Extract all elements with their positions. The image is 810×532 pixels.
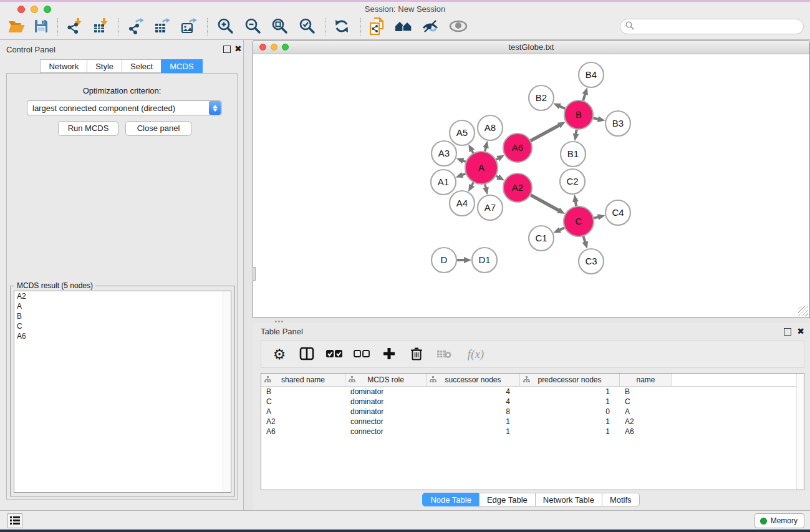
tab-select[interactable]: Select <box>122 59 162 73</box>
delete-column-button[interactable] <box>407 345 426 364</box>
edge-A-A1[interactable] <box>462 174 466 175</box>
tab-node-table[interactable]: Node Table <box>422 493 480 506</box>
edge-A2-C[interactable] <box>531 195 559 211</box>
zoom-selected-button[interactable] <box>296 16 317 37</box>
export-image-button[interactable] <box>178 16 200 37</box>
save-session-button[interactable] <box>31 16 52 37</box>
node-label-B3: B3 <box>612 118 624 128</box>
search-input[interactable] <box>637 22 803 31</box>
tab-style[interactable]: Style <box>87 59 122 73</box>
node-label-A8: A8 <box>485 122 496 133</box>
delete-table-button[interactable] <box>435 345 453 364</box>
control-panel-close-button[interactable]: ✖ <box>234 44 242 54</box>
node-label-C3: C3 <box>585 256 597 266</box>
table-cell: A2 <box>261 417 345 426</box>
table-row[interactable]: Bdominator41B <box>261 387 804 397</box>
edge-A-A6[interactable] <box>496 158 499 160</box>
node-label-A4: A4 <box>456 198 468 208</box>
apply-function-button[interactable]: f(x) <box>462 345 489 364</box>
mcds-result-item[interactable]: B <box>14 311 231 321</box>
memory-button[interactable]: Memory <box>755 513 804 528</box>
edge-A-A8[interactable] <box>485 147 486 151</box>
table-panel-close-button[interactable]: ✖ <box>797 326 804 336</box>
edge-A-A4[interactable] <box>471 183 473 186</box>
new-network-from-selection-button[interactable] <box>367 16 388 37</box>
zoom-fit-button[interactable] <box>269 16 290 37</box>
run-mcds-button[interactable]: Run MCDS <box>58 121 118 136</box>
table-panel-float-button[interactable] <box>784 328 791 336</box>
tab-network-table[interactable]: Network Table <box>535 493 602 506</box>
tab-mcds[interactable]: MCDS <box>161 59 202 73</box>
edge-C-C4[interactable] <box>594 217 598 218</box>
edge-A-A2[interactable] <box>496 176 499 177</box>
node-label-C1: C1 <box>535 233 547 243</box>
save-floppy-icon <box>34 19 49 36</box>
import-table-button[interactable] <box>90 16 112 37</box>
toggle-columns-button[interactable] <box>297 345 316 364</box>
node-label-A7: A7 <box>485 202 496 213</box>
tab-motifs[interactable]: Motifs <box>602 493 640 506</box>
table-scrollbar[interactable] <box>796 374 804 490</box>
memory-status-icon <box>760 518 767 525</box>
table-settings-button[interactable]: ⚙ <box>270 345 289 364</box>
network-window-resize-grip[interactable] <box>798 306 808 316</box>
task-history-button[interactable] <box>7 513 22 528</box>
export-table-button[interactable] <box>152 16 173 37</box>
network-view-window: testGlobe.txt AA1A2A3A4A5A6A7A8BB1B2B3B4… <box>253 40 810 318</box>
mcds-result-item[interactable]: A <box>14 301 231 311</box>
network-window-edge-grip[interactable] <box>253 267 256 281</box>
column-header-successor-nodes[interactable]: successor nodes <box>427 374 520 386</box>
table-row[interactable]: A2connector11A2 <box>261 417 804 427</box>
deselect-all-icon <box>354 349 370 360</box>
deselect-all-button[interactable] <box>352 345 371 364</box>
export-network-button[interactable] <box>125 16 147 37</box>
mcds-result-item[interactable]: A2 <box>14 291 231 301</box>
edge-B-B2[interactable] <box>559 106 565 109</box>
edge-A-A7[interactable] <box>485 184 486 188</box>
select-all-button[interactable] <box>325 345 344 364</box>
import-network-button[interactable] <box>64 16 85 37</box>
column-header-predecessor-nodes[interactable]: predecessor nodes <box>520 374 620 386</box>
node-label-A: A <box>478 162 485 173</box>
tab-edge-table[interactable]: Edge Table <box>479 493 536 506</box>
edge-B-B4[interactable] <box>583 94 585 101</box>
close-panel-button[interactable]: Close panel <box>125 121 191 136</box>
refresh-view-button[interactable] <box>331 16 352 37</box>
column-header-MCDS-role[interactable]: MCDS role <box>345 374 427 386</box>
column-label: name <box>636 375 655 384</box>
edge-B-B1[interactable] <box>576 130 577 135</box>
show-graphics-details-button[interactable] <box>420 16 441 37</box>
search-field[interactable] <box>620 19 804 34</box>
edge-C-C2[interactable] <box>576 201 576 206</box>
mcds-result-title: MCDS result (5 nodes) <box>14 281 95 290</box>
edge-A6-B[interactable] <box>531 125 559 141</box>
mcds-list-scrollbar[interactable] <box>223 291 231 492</box>
network-window-titlebar[interactable]: testGlobe.txt <box>253 41 809 54</box>
control-panel-title: Control Panel <box>6 45 55 54</box>
network-canvas[interactable]: AA1A2A3A4A5A6A7A8BB1B2B3B4CC1C2C3C4DD1 <box>253 54 809 317</box>
column-header-shared-name[interactable]: shared name <box>261 374 345 386</box>
tab-network[interactable]: Network <box>40 59 87 73</box>
criterion-select[interactable]: largest connected component (directed) <box>27 100 222 115</box>
table-row[interactable]: Adominator80A <box>261 407 804 417</box>
hide-panels-button[interactable] <box>448 16 469 37</box>
edge-A-A3[interactable] <box>463 161 466 162</box>
open-session-button[interactable] <box>6 16 27 37</box>
column-header-name[interactable]: name <box>620 374 672 386</box>
table-row[interactable]: Cdominator41C <box>261 397 804 407</box>
node-label-C4: C4 <box>612 207 624 218</box>
table-row[interactable]: A6connector11A6 <box>261 427 804 437</box>
mcds-result-item[interactable]: A6 <box>14 331 231 341</box>
mcds-result-item[interactable]: C <box>14 321 231 331</box>
edge-B-B3[interactable] <box>593 118 598 119</box>
app-titlebar: Session: New Session <box>0 0 810 13</box>
edge-A-A5[interactable] <box>472 150 473 153</box>
zoom-out-button[interactable] <box>242 16 263 37</box>
table-cell: 1 <box>520 387 620 396</box>
zoom-in-button[interactable] <box>215 16 236 37</box>
control-panel-float-button[interactable] <box>223 46 231 53</box>
add-column-button[interactable] <box>380 345 398 364</box>
apply-layout-button[interactable] <box>393 16 414 37</box>
edge-C-C1[interactable] <box>559 228 564 230</box>
edge-C-C3[interactable] <box>584 236 586 243</box>
